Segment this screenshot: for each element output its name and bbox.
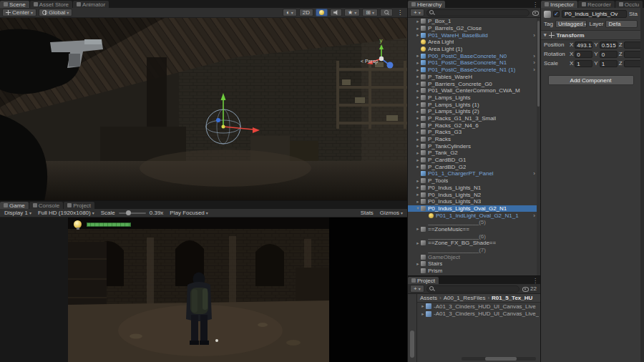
breadcrumb-segment[interactable]: Assets (420, 295, 437, 301)
foldout-closed-icon[interactable]: ▸ (415, 143, 421, 149)
shading-mode-dropdown[interactable]: ◐ ▾ (283, 9, 297, 16)
foldout-closed-icon[interactable]: ▸ (415, 19, 421, 24)
position-x-field[interactable]: 493.12 (575, 41, 592, 49)
project-search-input[interactable] (426, 285, 519, 293)
breadcrumb-segment[interactable]: A00_1_ResFiles (444, 295, 486, 301)
hierarchy-row[interactable]: ▸P_Barrels_G2_Close (408, 25, 540, 32)
hierarchy-row[interactable]: ▸P_Racks (408, 136, 540, 143)
scale-z-field[interactable] (624, 60, 642, 67)
hierarchy-row[interactable]: Area Light (408, 39, 540, 46)
scale-slider-handle[interactable] (126, 210, 131, 215)
grid-dropdown[interactable]: ⊞ ▾ (362, 9, 378, 16)
hierarchy-row[interactable]: ▸P01_Wall_CenterCommon_CWA_M (408, 87, 540, 94)
2d-toggle[interactable]: 2D (299, 9, 313, 16)
foldout-closed-icon[interactable]: ▸ (415, 74, 421, 79)
foldout-closed-icon[interactable]: ▸ (415, 164, 421, 170)
panel-menu-icon[interactable]: ⋮ (530, 1, 540, 8)
foldout-closed-icon[interactable]: ▸ (415, 115, 421, 121)
project-folder-column[interactable] (408, 294, 417, 362)
space-button[interactable]: Global ▾ (39, 9, 72, 16)
hierarchy-row[interactable]: ▸P01_PostC_BaseConcrete_N1› (408, 59, 540, 67)
project-item[interactable]: ▸-A01_3_Cinders_HUD_UI_Canvas_Live_ (417, 310, 540, 318)
object-name-field[interactable]: P0_Indus_Lights_Ov (562, 10, 627, 18)
hierarchy-row[interactable]: ▸P0_Indus_Lights_N1 (408, 185, 540, 192)
foldout-closed-icon[interactable]: ▸ (415, 226, 421, 232)
add-component-button[interactable]: Add Component (548, 75, 634, 85)
hierarchy-row[interactable]: ▸P00_PostC_BaseConcrete_N0› (408, 52, 540, 59)
tab-console[interactable]: Console (29, 202, 63, 209)
scale-y-field[interactable]: 1 (600, 60, 618, 67)
hierarchy-row[interactable]: ▸==Zone_FX_BG_Shade== (408, 240, 540, 247)
hierarchy-row[interactable]: ▸P_Lamps_Lights (1) (408, 101, 540, 108)
foldout-closed-icon[interactable]: ▸ (415, 94, 421, 100)
scale-x-field[interactable]: 1 (575, 60, 592, 67)
hierarchy-row[interactable]: ________________(7) (408, 247, 540, 254)
transform-component-header[interactable]: ▾ Transform (541, 30, 640, 40)
project-horizontal-scrollbar[interactable] (462, 357, 536, 361)
gizmo-center[interactable] (222, 125, 225, 129)
foldout-closed-icon[interactable]: ▸ (415, 26, 421, 31)
active-checkbox[interactable]: ✓ (553, 11, 560, 17)
display-dropdown[interactable]: Display 1 ▾ (2, 210, 34, 216)
create-asset-button[interactable]: + ▾ (410, 285, 424, 293)
scrollbar-handle[interactable] (537, 21, 540, 107)
foldout-closed-icon[interactable]: ▸ (415, 137, 421, 142)
tab-hierarchy[interactable]: Hierarchy (408, 1, 445, 8)
hierarchy-row[interactable]: ▸P_CardBD_G1 (408, 157, 540, 164)
scale-slider[interactable] (119, 212, 146, 214)
hierarchy-row[interactable]: ▸Stairs (408, 260, 540, 268)
hierarchy-row[interactable]: P01_1_ChargerPT_Panel› (408, 170, 540, 177)
rotation-z-field[interactable] (624, 51, 642, 58)
hierarchy-row[interactable]: ▸P01_WareH_BaseBuild› (408, 31, 540, 39)
game-viewport[interactable] (0, 217, 408, 362)
tab-asset-store[interactable]: Asset Store (30, 1, 72, 8)
scene-viewport[interactable]: y < Persp (0, 18, 408, 200)
tab-inspector[interactable]: Inspector (541, 1, 577, 8)
scrollbar-handle[interactable] (410, 331, 414, 358)
foldout-closed-icon[interactable]: ▸ (415, 102, 421, 107)
hierarchy-row[interactable]: ▸P_Tank_G2 (408, 150, 540, 157)
foldout-closed-icon[interactable]: ▸ (415, 32, 421, 38)
static-label[interactable]: Sta (629, 11, 638, 17)
prefab-open-arrow-icon[interactable]: › (533, 212, 535, 219)
foldout-closed-icon[interactable]: ▸ (415, 192, 421, 197)
foldout-closed-icon[interactable]: ▸ (415, 53, 421, 59)
position-z-field[interactable] (624, 41, 642, 49)
hierarchy-row[interactable]: Area Light (1) (408, 46, 540, 53)
position-y-field[interactable]: 0.515 (600, 41, 618, 49)
hierarchy-row[interactable]: GameObject (408, 253, 540, 260)
foldout-closed-icon[interactable]: ▸ (415, 157, 421, 163)
foldout-closed-icon[interactable]: ▸ (415, 185, 421, 190)
tab-occlusion[interactable]: Occlu (615, 1, 643, 8)
hierarchy-row[interactable]: ▸==ZoneMusic== (408, 226, 540, 233)
foldout-closed-icon[interactable]: ▸ (415, 122, 421, 128)
translate-z-handle[interactable] (216, 118, 220, 122)
foldout-closed-icon[interactable]: ▸ (415, 67, 421, 73)
play-focused-dropdown[interactable]: Play Focused ▾ (167, 210, 210, 216)
scene-search-button[interactable] (380, 9, 393, 16)
foldout-closed-icon[interactable]: ▸ (415, 240, 421, 246)
foldout-closed-icon[interactable]: ▸ (415, 178, 421, 184)
stats-button[interactable]: Stats (358, 210, 376, 216)
foldout-closed-icon[interactable]: ▸ (415, 109, 421, 114)
scrollbar-handle[interactable] (485, 357, 517, 361)
layer-dropdown[interactable]: Defa (605, 20, 638, 28)
tab-recorder[interactable]: Recorder (578, 1, 615, 8)
scene-visibility-icon[interactable] (532, 9, 538, 16)
rotation-x-field[interactable]: 0 (575, 51, 592, 58)
hierarchy-scrollbar[interactable] (537, 18, 540, 275)
effects-dropdown[interactable]: ★ ▾ (344, 9, 360, 16)
prefab-open-arrow-icon[interactable]: › (533, 59, 535, 66)
foldout-closed-icon[interactable]: ▸ (415, 199, 421, 205)
foldout-closed-icon[interactable]: ▸ (420, 303, 426, 309)
hidden-assets-icon[interactable] (522, 285, 528, 292)
prefab-open-arrow-icon[interactable]: › (533, 53, 535, 59)
hierarchy-row[interactable]: ▸P_Lamps_Lights (2) (408, 108, 540, 115)
rotation-y-field[interactable]: 0 (600, 51, 618, 58)
hierarchy-row[interactable]: ▸P0_Indus_Lights_N3 (408, 198, 540, 205)
resolution-dropdown[interactable]: Full HD (1920x1080) ▾ (36, 210, 97, 216)
hierarchy-row[interactable]: ▸P_CardBD_G2 (408, 163, 540, 170)
prefab-open-arrow-icon[interactable]: › (533, 67, 535, 73)
gizmos-dropdown[interactable]: Gizmos ▾ (378, 210, 405, 216)
scene-toolbar-menu[interactable]: ⋮ (395, 9, 405, 16)
